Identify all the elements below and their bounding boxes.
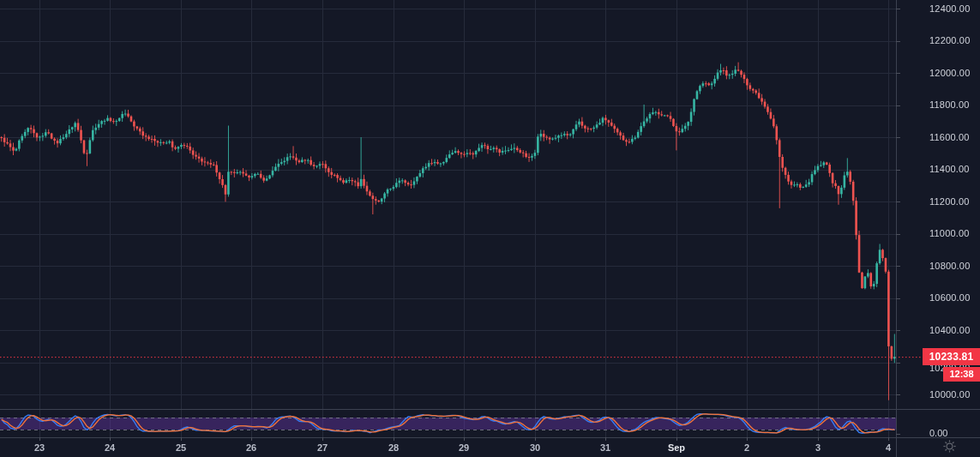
price-axis-label: 11200.00: [929, 197, 970, 207]
price-axis-label: 12200.00: [929, 36, 970, 45]
time-axis-label: 4: [886, 442, 891, 453]
time-axis[interactable]: 232425262728293031Sep234: [0, 437, 980, 457]
time-axis-label: 30: [530, 442, 540, 453]
time-axis-label: 24: [105, 442, 115, 453]
trading-chart-window: 0.00 12400.0012200.0012000.0011800.00116…: [0, 0, 980, 457]
bar-countdown-badge: 12:38: [943, 367, 980, 382]
time-axis-label: Sep: [668, 442, 685, 453]
time-axis-label: 31: [600, 442, 610, 453]
last-price-badge: 10233.81: [923, 348, 980, 365]
price-axis-label: 10400.00: [929, 326, 970, 335]
price-axis-label: 11000.00: [929, 229, 970, 238]
gear-icon[interactable]: [942, 439, 957, 454]
price-axis-label: 10000.00: [929, 390, 970, 400]
time-axis-label: 3: [815, 442, 821, 453]
price-axis-label: 11800.00: [929, 100, 970, 110]
price-axis[interactable]: 0.00 12400.0012200.0012000.0011800.00116…: [897, 0, 980, 437]
time-axis-label: 27: [317, 442, 328, 453]
time-axis-label: 29: [459, 442, 469, 453]
price-axis-label: 10600.00: [929, 293, 970, 303]
time-axis-label: 26: [246, 442, 256, 453]
candlestick-chart-canvas[interactable]: [0, 0, 980, 457]
time-axis-label: 28: [388, 442, 399, 453]
price-axis-label: 11400.00: [929, 165, 970, 174]
time-axis-label: 25: [176, 442, 186, 453]
time-axis-label: 23: [34, 442, 45, 453]
price-axis-label: 11600.00: [929, 133, 970, 142]
price-axis-label: 12400.00: [929, 4, 970, 14]
time-axis-label: 2: [744, 442, 749, 453]
price-axis-label: 10800.00: [929, 262, 970, 271]
price-axis-label: 12000.00: [929, 69, 970, 78]
